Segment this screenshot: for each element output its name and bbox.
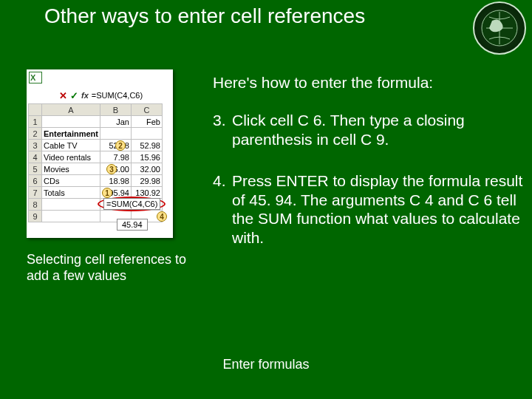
callout-marker-4: 4 bbox=[157, 211, 167, 222]
slide-title: Other ways to enter cell references bbox=[44, 4, 458, 28]
callout-marker-3: 3 bbox=[106, 164, 117, 174]
instruction-step-4: 4. Press ENTER to display the formula re… bbox=[213, 171, 523, 247]
inline-formula: =SUM(C4,C6) bbox=[103, 198, 160, 210]
cancel-icon: ✕ bbox=[59, 90, 67, 101]
table-row: 6 CDs 18.98 29.98 bbox=[29, 175, 163, 187]
corner-cell bbox=[29, 104, 42, 116]
table-row: 5 Movies 16.00 32.00 bbox=[29, 163, 163, 175]
institution-logo bbox=[473, 1, 526, 55]
table-row: 4 Video rentals 7.98 15.96 bbox=[29, 151, 163, 163]
intro-text: Here's how to enter the formula: bbox=[213, 74, 523, 92]
excel-icon: X bbox=[29, 72, 42, 83]
confirm-icon: ✓ bbox=[70, 90, 78, 101]
col-header-a: A bbox=[42, 104, 100, 116]
formula-result: 45.94 bbox=[117, 219, 148, 231]
col-header-c: C bbox=[131, 104, 162, 116]
table-row: 3 Cable TV 52.98 52.98 bbox=[29, 140, 163, 151]
step-body: Press ENTER to display the formula resul… bbox=[232, 171, 523, 247]
instruction-step-3: 3. Click cell C 6. Then type a closing p… bbox=[213, 111, 523, 149]
spreadsheet-screenshot: X ✕ ✓ fx =SUM(C4,C6) A B C 1 Jan Feb 2 E… bbox=[27, 69, 173, 238]
globe-icon bbox=[477, 6, 522, 50]
table-row: 2 Entertainment bbox=[29, 128, 163, 140]
fx-icon: fx bbox=[81, 91, 89, 100]
formula-bar-text: =SUM(C4,C6) bbox=[92, 91, 143, 100]
step-number: 4. bbox=[213, 171, 232, 247]
formula-bar: ✕ ✓ fx =SUM(C4,C6) bbox=[59, 89, 170, 102]
step-number: 3. bbox=[213, 111, 232, 149]
slide-footer: Enter formulas bbox=[0, 357, 532, 372]
callout-marker-1: 1 bbox=[102, 188, 112, 198]
col-header-b: B bbox=[100, 104, 131, 116]
column-header-row: A B C bbox=[29, 104, 163, 116]
image-caption: Selecting cell references to add a few v… bbox=[27, 252, 189, 284]
step-body: Click cell C 6. Then type a closing pare… bbox=[232, 111, 523, 149]
callout-marker-2: 2 bbox=[115, 140, 126, 151]
table-row: 1 Jan Feb bbox=[29, 116, 163, 128]
